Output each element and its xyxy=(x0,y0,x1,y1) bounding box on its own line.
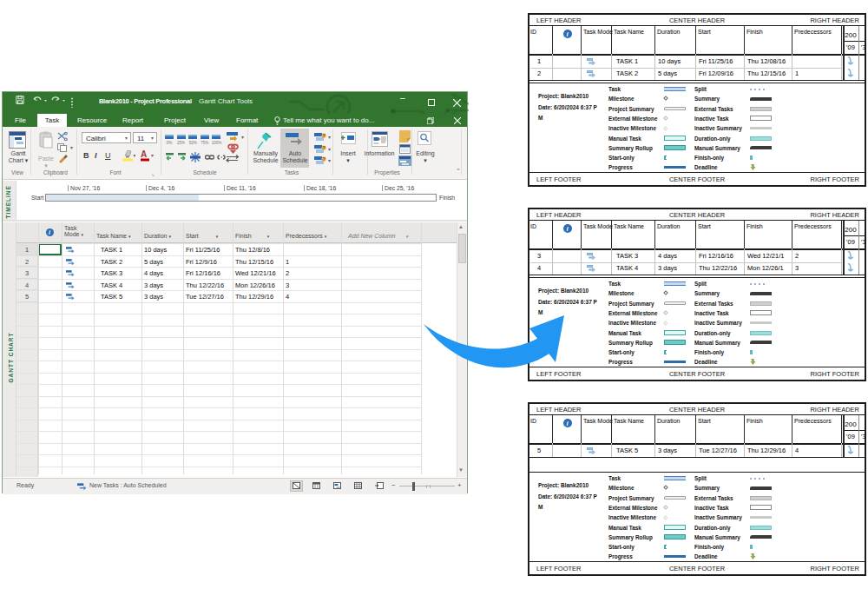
svg-text:▾: ▾ xyxy=(151,153,154,158)
svg-text:A: A xyxy=(141,149,147,159)
svg-text:▾: ▾ xyxy=(134,153,136,158)
